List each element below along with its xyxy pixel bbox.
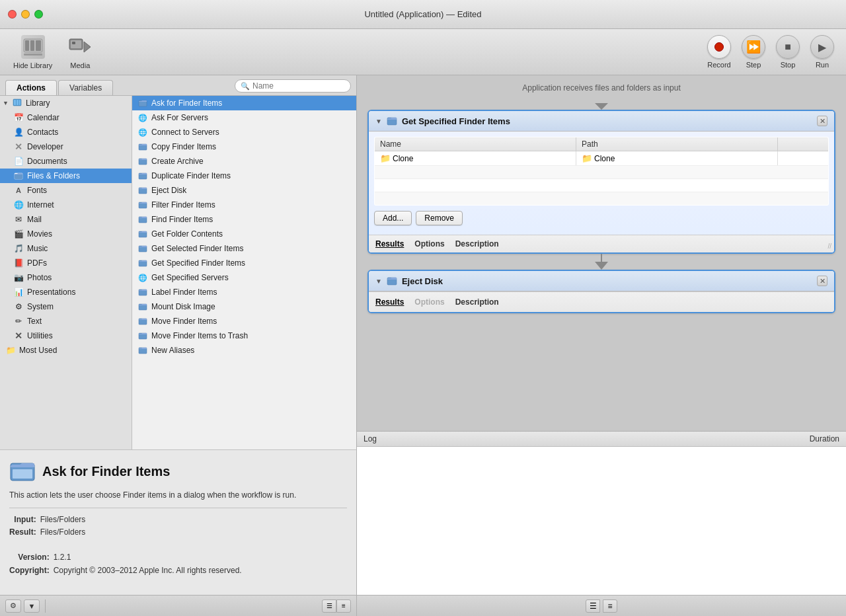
log-icon-view[interactable]: ≡ bbox=[603, 599, 617, 613]
record-button[interactable]: Record bbox=[703, 32, 735, 71]
hide-library-icon bbox=[21, 35, 45, 59]
action-item-create-archive[interactable]: Create Archive bbox=[132, 154, 356, 169]
action-item-get-specified-servers[interactable]: 🌐 Get Specified Servers bbox=[132, 270, 356, 285]
action-label-mount-disk-image: Mount Disk Image bbox=[151, 302, 215, 311]
action-item-get-specified-finder-items[interactable]: Get Specified Finder Items bbox=[132, 256, 356, 270]
category-item-mail[interactable]: ✉ Mail bbox=[0, 212, 132, 227]
gear-button[interactable]: ⚙ bbox=[5, 599, 21, 613]
desc-body: This action lets the user choose Finder … bbox=[9, 490, 347, 501]
action-icon-get-selected bbox=[137, 243, 148, 254]
action-item-new-aliases[interactable]: New Aliases bbox=[132, 343, 356, 358]
card-icon-eject-disk bbox=[386, 275, 398, 287]
files-folders-label: Files & Folders bbox=[27, 171, 80, 180]
category-list: ▼ Library 📅 Calendar bbox=[0, 96, 132, 449]
category-item-fonts[interactable]: A Fonts bbox=[0, 183, 132, 198]
minimize-button[interactable] bbox=[21, 10, 30, 19]
triangle-icon: ▼ bbox=[3, 100, 9, 106]
category-item-system[interactable]: ⚙ System bbox=[0, 299, 132, 314]
category-item-music[interactable]: 🎵 Music bbox=[0, 241, 132, 256]
action-item-move-finder-items-trash[interactable]: Move Finder Items to Trash bbox=[132, 328, 356, 343]
maximize-button[interactable] bbox=[34, 10, 43, 19]
add-button[interactable]: Add... bbox=[374, 211, 412, 225]
stop-button[interactable]: ■ Stop bbox=[772, 32, 804, 71]
tab-actions[interactable]: Actions bbox=[5, 80, 57, 95]
card-title-get-specified: Get Specified Finder Items bbox=[402, 116, 813, 126]
version-value: 1.2.1 bbox=[54, 551, 245, 564]
hide-library-button[interactable]: Hide Library bbox=[8, 32, 58, 72]
toolbar-right: Record ⏩ Step ■ Stop ▶ Run bbox=[703, 32, 838, 71]
media-button[interactable]: Media bbox=[63, 32, 97, 72]
action-item-copy-finder-items[interactable]: Copy Finder Items bbox=[132, 139, 356, 154]
action-item-label-finder-items[interactable]: Label Finder Items bbox=[132, 285, 356, 299]
copyright-label: Copyright: bbox=[9, 564, 54, 577]
action-item-eject-disk[interactable]: Eject Disk bbox=[132, 183, 356, 198]
card-tab-results[interactable]: Results bbox=[375, 238, 404, 250]
movies-icon: 🎬 bbox=[13, 229, 24, 239]
category-item-most-used[interactable]: 📁 Most Used bbox=[0, 343, 132, 358]
svg-rect-6 bbox=[71, 40, 81, 48]
category-item-text[interactable]: ✏ Text bbox=[0, 314, 132, 328]
table-row[interactable]: 📁Clone 📁Clone bbox=[375, 151, 829, 166]
tab-bar: Actions Variables 🔍 bbox=[0, 75, 356, 96]
card-close-get-specified[interactable]: ✕ bbox=[817, 116, 827, 126]
action-item-filter-finder-items[interactable]: Filter Finder Items bbox=[132, 198, 356, 212]
card-header-get-specified: ▼ Get Specified Finder Items ✕ bbox=[369, 111, 834, 132]
category-item-movies[interactable]: 🎬 Movies bbox=[0, 227, 132, 241]
log-list-view[interactable]: ☰ bbox=[586, 599, 600, 613]
category-item-contacts[interactable]: 👤 Contacts bbox=[0, 125, 132, 139]
action-item-ask-finder-items[interactable]: Ask for Finder Items bbox=[132, 96, 356, 110]
category-item-pdfs[interactable]: 📕 PDFs bbox=[0, 256, 132, 270]
card-toggle-eject-disk[interactable]: ▼ bbox=[375, 278, 382, 285]
action-item-duplicate-finder-items[interactable]: Duplicate Finder Items bbox=[132, 169, 356, 183]
category-item-library[interactable]: ▼ Library bbox=[0, 96, 132, 110]
action-icon-connect-servers: 🌐 bbox=[137, 127, 148, 137]
action-item-mount-disk-image[interactable]: Mount Disk Image bbox=[132, 299, 356, 314]
action-item-ask-servers[interactable]: 🌐 Ask For Servers bbox=[132, 110, 356, 125]
category-item-files-folders[interactable]: Files & Folders bbox=[0, 169, 132, 183]
action-item-move-finder-items[interactable]: Move Finder Items bbox=[132, 314, 356, 328]
hide-library-label: Hide Library bbox=[13, 61, 52, 69]
category-item-internet[interactable]: 🌐 Internet bbox=[0, 198, 132, 212]
bottom-spacer bbox=[367, 313, 835, 327]
category-item-utilities[interactable]: ✕ Utilities bbox=[0, 328, 132, 343]
run-button[interactable]: ▶ Run bbox=[806, 32, 838, 71]
remove-button[interactable]: Remove bbox=[416, 211, 463, 225]
action-item-get-selected-finder-items[interactable]: Get Selected Finder Items bbox=[132, 241, 356, 256]
action-item-get-folder-contents[interactable]: Get Folder Contents bbox=[132, 227, 356, 241]
col-empty bbox=[778, 137, 829, 151]
card-tab-eject-description[interactable]: Description bbox=[455, 296, 499, 308]
action-icon-ask-servers: 🌐 bbox=[137, 112, 148, 123]
folder-icon: 📁 bbox=[380, 153, 391, 163]
card-tab-description[interactable]: Description bbox=[455, 238, 499, 250]
card-close-eject-disk[interactable]: ✕ bbox=[817, 276, 827, 286]
pdfs-icon: 📕 bbox=[13, 258, 24, 268]
svg-rect-11 bbox=[17, 100, 19, 105]
action-item-find-finder-items[interactable]: Find Finder Items bbox=[132, 212, 356, 227]
resize-grip[interactable]: // bbox=[827, 243, 831, 250]
card-tab-options[interactable]: Options bbox=[414, 238, 444, 250]
category-item-calendar[interactable]: 📅 Calendar bbox=[0, 110, 132, 125]
action-item-connect-servers[interactable]: 🌐 Connect to Servers bbox=[132, 125, 356, 139]
category-item-presentations[interactable]: 📊 Presentations bbox=[0, 285, 132, 299]
category-item-developer[interactable]: ✕ Developer bbox=[0, 139, 132, 154]
step-button[interactable]: ⏩ Step bbox=[738, 32, 769, 71]
input-value: Files/Folders bbox=[40, 514, 89, 526]
category-item-documents[interactable]: 📄 Documents bbox=[0, 154, 132, 169]
window-controls bbox=[8, 10, 43, 19]
input-label: Input: bbox=[9, 514, 40, 526]
column-view-button[interactable]: ≡ bbox=[336, 599, 351, 613]
action-label-find-finder-items: Find Finder Items bbox=[151, 215, 213, 224]
card-tab-eject-results[interactable]: Results bbox=[375, 296, 404, 308]
card-tabs-get-specified: Results Options Description bbox=[369, 235, 834, 252]
table-row-empty-3 bbox=[375, 192, 829, 206]
tab-variables[interactable]: Variables bbox=[58, 80, 113, 95]
list-view-button[interactable]: ☰ bbox=[322, 599, 336, 613]
card-toggle-get-specified[interactable]: ▼ bbox=[375, 118, 382, 125]
svg-rect-3 bbox=[36, 40, 41, 51]
action-icon-filter-finder bbox=[137, 200, 148, 210]
close-button[interactable] bbox=[8, 10, 17, 19]
category-item-photos[interactable]: 📷 Photos bbox=[0, 270, 132, 285]
list-view-toggle[interactable]: ▼ bbox=[24, 599, 40, 613]
search-input[interactable] bbox=[252, 81, 345, 91]
action-label-get-selected-finder-items: Get Selected Finder Items bbox=[151, 244, 243, 253]
